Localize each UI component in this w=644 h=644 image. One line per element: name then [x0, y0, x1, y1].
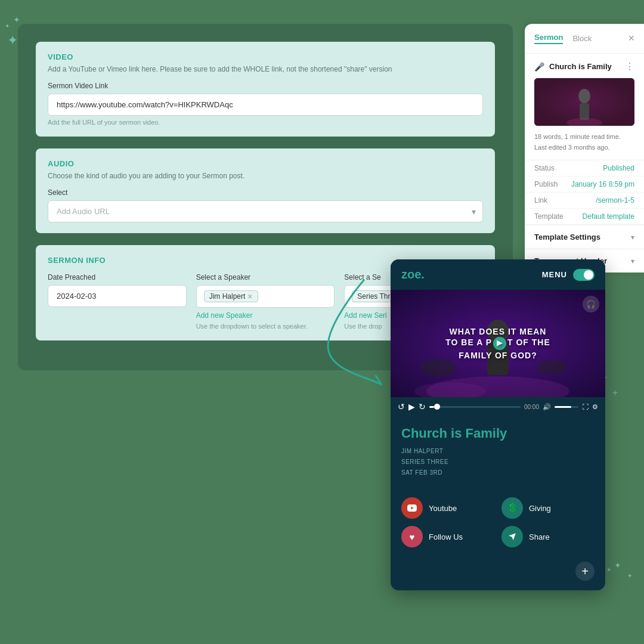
sermon-meta: 18 words, 1 minute read time. Last edite…: [534, 132, 634, 153]
volume-bar[interactable]: [555, 406, 578, 408]
speaker-tag-remove[interactable]: ×: [247, 292, 252, 301]
tab-sermon[interactable]: Sermon: [534, 33, 563, 44]
fullscreen-icon[interactable]: ⛶: [582, 403, 589, 410]
publish-value[interactable]: January 16 8:59 pm: [571, 180, 634, 188]
phone-header: zoe. MENU: [391, 259, 605, 290]
sidebar-sermon-card: 🎤 Church is Family ⋮: [525, 54, 644, 160]
preview-phone: zoe. MENU: [391, 259, 605, 590]
follow-icon: ♥: [401, 526, 423, 547]
template-value[interactable]: Default template: [583, 212, 634, 221]
speaker-label: Select a Speaker: [196, 273, 335, 281]
sermon-thumbnail: [534, 78, 634, 126]
phone-sermon-content: Church is Family JIM HALPERT SERIES THRE…: [391, 416, 605, 488]
follow-label: Follow Us: [429, 532, 463, 541]
series-tag: Series Thr: [352, 290, 395, 302]
giving-label: Giving: [529, 504, 551, 513]
settings-icon[interactable]: ⚙: [592, 403, 598, 411]
sparkle-4: ✦: [614, 561, 621, 570]
phone-speaker: JIM HALPERT: [401, 446, 595, 457]
svg-point-11: [537, 360, 566, 374]
speaker-tag-input[interactable]: Jim Halpert ×: [196, 285, 335, 308]
phone-sermon-title: Church is Family: [401, 426, 595, 441]
template-label: Template: [534, 212, 564, 221]
action-youtube[interactable]: Youtube: [401, 497, 494, 519]
share-label: Share: [529, 532, 550, 541]
add-block-button[interactable]: +: [575, 562, 595, 581]
link-value[interactable]: /sermon-1-5: [596, 196, 634, 205]
headphone-icon[interactable]: 🎧: [583, 296, 599, 312]
audio-section-title: AUDIO: [48, 159, 483, 168]
time-display: 00:00: [524, 404, 539, 410]
action-share[interactable]: Share: [501, 526, 595, 547]
volume-icon[interactable]: 🔊: [543, 403, 551, 411]
video-link-group: Sermon Video Link Add the full URL of yo…: [48, 82, 483, 126]
phone-date: SAT FEB 3RD: [401, 467, 595, 478]
audio-select-group: Select Add Audio URL ▾: [48, 188, 483, 222]
speaker-hint: Use the dropdown to select a speaker.: [196, 323, 335, 330]
video-text-line2: TO BE A P▶T OF THE: [445, 337, 550, 350]
status-value: Published: [603, 164, 634, 172]
template-settings-section[interactable]: Template Settings ▾: [525, 225, 644, 249]
date-col: Date Preached: [48, 273, 187, 330]
audio-section-desc: Choose the kind of audio you are adding …: [48, 172, 483, 180]
speaker-col: Select a Speaker Jim Halpert × Add new S…: [196, 273, 335, 330]
sermon-card-header: 🎤 Church is Family ⋮: [534, 61, 634, 72]
phone-sermon-details: JIM HALPERT SERIES THREE SAT FEB 3RD: [401, 446, 595, 478]
sermon-word-count: 18 words, 1 minute read time. Last edite…: [534, 133, 621, 151]
tab-block[interactable]: Block: [572, 34, 592, 43]
more-options-icon[interactable]: ⋮: [625, 61, 634, 72]
svg-rect-3: [580, 103, 589, 120]
sidebar-row-publish: Publish January 16 8:59 pm: [525, 177, 644, 193]
video-text-line3: FAMILY OF GOD?: [445, 350, 550, 361]
video-link-label: Sermon Video Link: [48, 82, 483, 90]
giving-icon: 💲: [501, 497, 523, 519]
video-text-line1: WHAT DOES IT MEAN: [445, 326, 550, 337]
video-section-title: VIDEO: [48, 52, 483, 61]
phone-actions: Youtube 💲 Giving ♥ Follow Us Share: [391, 488, 605, 557]
phone-menu: MENU: [542, 269, 595, 281]
video-controls: ↺ ▶ ↻ 00:00 🔊 ⛶ ⚙: [391, 397, 605, 416]
sidebar-close-button[interactable]: ×: [628, 32, 634, 45]
audio-section: AUDIO Choose the kind of audio you are a…: [36, 148, 495, 233]
toggle-knob: [584, 270, 593, 280]
logo-text: zoe.: [401, 268, 425, 281]
audio-select-label: Select: [48, 188, 483, 197]
share-icon: [501, 526, 523, 547]
progress-bar[interactable]: [429, 406, 521, 408]
menu-toggle[interactable]: [573, 269, 595, 281]
action-follow[interactable]: ♥ Follow Us: [401, 526, 494, 547]
add-speaker-link[interactable]: Add new Speaker: [196, 311, 253, 320]
sidebar-row-status: Status Published: [525, 160, 644, 177]
volume-fill: [555, 406, 571, 408]
deco-plus-2: +: [612, 388, 618, 398]
audio-select[interactable]: Add Audio URL: [48, 200, 483, 222]
sparkle-1: ✦: [7, 33, 18, 48]
forward-icon[interactable]: ↻: [419, 402, 426, 411]
status-label: Status: [534, 164, 555, 172]
video-link-hint: Add the full URL of your sermon video.: [48, 119, 483, 126]
action-giving[interactable]: 💲 Giving: [501, 497, 595, 519]
progress-fill: [429, 406, 434, 408]
speaker-tag-value: Jim Halpert: [209, 292, 246, 301]
sidebar-header: Sermon Block ×: [525, 24, 644, 54]
video-section-desc: Add a YouTube or Vimeo link here. Please…: [48, 65, 483, 73]
rewind-icon[interactable]: ↺: [398, 402, 405, 411]
app-logo: zoe.: [401, 268, 425, 281]
svg-point-10: [420, 358, 456, 376]
menu-label: MENU: [542, 270, 567, 279]
link-label: Link: [534, 196, 547, 205]
speaker-tag: Jim Halpert ×: [204, 290, 258, 302]
video-overlay-text: WHAT DOES IT MEAN TO BE A P▶T OF THE FAM…: [445, 326, 550, 361]
sparkle-5: ✦: [627, 572, 632, 579]
series-tag-value: Series Thr: [357, 292, 390, 301]
thumbnail-svg: [534, 78, 634, 126]
sidebar-row-template: Template Default template: [525, 209, 644, 225]
video-link-input[interactable]: [48, 94, 483, 116]
add-series-link[interactable]: Add new Seri: [344, 311, 386, 320]
add-icon: +: [581, 565, 589, 578]
phone-video-area: WHAT DOES IT MEAN TO BE A P▶T OF THE FAM…: [391, 290, 605, 397]
sparkle-6: ✦: [606, 566, 611, 573]
play-pause-icon[interactable]: ▶: [408, 402, 415, 411]
date-input[interactable]: [48, 285, 187, 307]
phone-footer: +: [391, 557, 605, 590]
